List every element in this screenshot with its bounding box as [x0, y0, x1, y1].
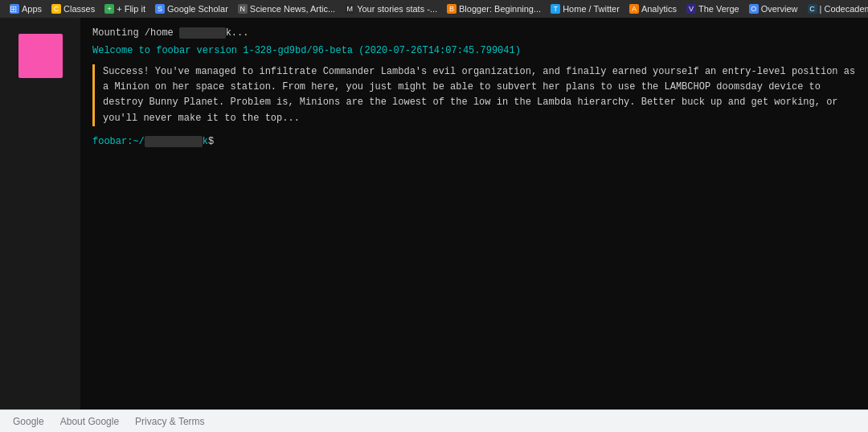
- mounting-path: /home: [145, 27, 179, 39]
- verge-icon: V: [686, 4, 696, 14]
- bookmark-analytics[interactable]: A Analytics: [626, 2, 680, 15]
- bookmark-blogger[interactable]: B Blogger: Beginning...: [444, 2, 544, 15]
- classes-icon: C: [51, 4, 61, 14]
- bookmark-overview[interactable]: O Overview: [746, 2, 801, 15]
- analytics-icon: A: [629, 4, 639, 14]
- footer-about-link[interactable]: About Google: [60, 416, 119, 427]
- stories-icon: M: [345, 4, 354, 14]
- terminal-area[interactable]: Mounting /home k... Welcome to foobar ve…: [80, 18, 868, 409]
- main-content: Mounting /home k... Welcome to foobar ve…: [0, 18, 868, 409]
- bookmark-apps[interactable]: ⊞ Apps: [6, 2, 45, 15]
- bookmark-flipit[interactable]: + + Flip it: [101, 2, 149, 15]
- footer-google-link[interactable]: Google: [13, 416, 44, 427]
- bookmarks-bar: ⊞ Apps C Classes + + Flip it S Google Sc…: [0, 0, 868, 18]
- apps-icon: ⊞: [10, 4, 19, 14]
- terminal-success-block: Success! You've managed to infiltrate Co…: [92, 64, 856, 126]
- bookmark-classes[interactable]: C Classes: [48, 2, 98, 15]
- mounting-label: Mounting: [92, 27, 139, 39]
- bookmark-codecademy[interactable]: C | Codecademy: [805, 2, 868, 15]
- bookmark-science[interactable]: N Science News, Artic...: [235, 2, 338, 15]
- science-icon: N: [238, 4, 248, 14]
- bookmark-scholar[interactable]: S Google Scholar: [152, 2, 231, 15]
- redacted-username: [179, 27, 226, 39]
- redacted-path: [145, 136, 203, 147]
- blogger-icon: B: [447, 4, 457, 14]
- bookmark-twitter[interactable]: T Home / Twitter: [547, 2, 623, 15]
- mounting-suffix: k...: [226, 27, 249, 39]
- prompt-path: foobar:~/: [92, 136, 145, 147]
- terminal-prompt-line: foobar:~/ k$: [92, 134, 856, 149]
- prompt-k: k: [203, 136, 208, 147]
- twitter-icon: T: [551, 4, 560, 14]
- bookmark-verge[interactable]: V The Verge: [683, 2, 743, 15]
- bookmark-stories[interactable]: M Your stories stats -...: [342, 2, 440, 15]
- footer-privacy-link[interactable]: Privacy & Terms: [135, 416, 204, 427]
- overview-icon: O: [749, 4, 759, 14]
- flipit-icon: +: [104, 4, 114, 14]
- pink-square-logo: [18, 34, 63, 78]
- scholar-icon: S: [155, 4, 165, 14]
- footer-bar: Google About Google Privacy & Terms: [0, 409, 868, 432]
- terminal-success-text: Success! You've managed to infiltrate Co…: [103, 66, 855, 124]
- prompt-dollar: $: [208, 136, 214, 147]
- left-sidebar: [0, 18, 80, 409]
- terminal-mounting-line: Mounting /home k...: [92, 26, 856, 40]
- terminal-version-line: Welcome to foobar version 1-328-gd9bd/96…: [92, 43, 856, 58]
- codecademy-icon: C: [808, 4, 817, 14]
